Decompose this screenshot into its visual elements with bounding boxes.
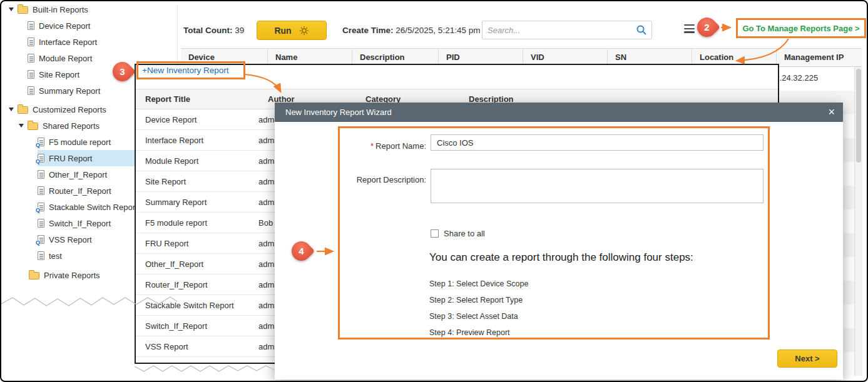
tree-item-interface-report[interactable]: Interface Report	[1, 34, 177, 50]
run-button-label: Run	[274, 26, 291, 36]
step-2: Step 2: Select Report Type	[429, 296, 523, 304]
step-1: Step 1: Select Device Scope	[429, 279, 528, 288]
vertical-scrollbar[interactable]	[854, 67, 862, 376]
close-icon[interactable]: ×	[828, 103, 835, 122]
annotation-box-manage-reports: Go To Manage Reports Page >	[736, 18, 866, 38]
report-description-label: Report Description:	[331, 175, 426, 184]
wizard-title-bar: New Inventory Report Wizard ×	[275, 103, 843, 122]
tree-item-label: Summary Report	[39, 86, 100, 96]
tree-item-label: F5 module report	[49, 138, 111, 147]
tree-item-device-report[interactable]: Device Report	[1, 18, 177, 34]
tree-item-label: Built-in Reports	[33, 5, 88, 14]
scrollbar-thumb[interactable]	[856, 69, 861, 163]
folder-icon	[18, 106, 28, 114]
expander-icon[interactable]	[9, 8, 14, 11]
callout-badge-4: 4	[288, 238, 315, 265]
run-button[interactable]: Run	[257, 21, 327, 40]
search-box	[482, 21, 652, 39]
new-inventory-report-link[interactable]: +New Inventory Report	[142, 66, 228, 75]
report-name-label: *Report Name:	[331, 141, 426, 151]
folder-icon	[29, 272, 39, 279]
column-header: Report Title	[145, 94, 190, 104]
tree-item-label: VSS Report	[49, 235, 92, 244]
doc-query-icon: Q	[38, 138, 44, 146]
expander-icon[interactable]	[19, 124, 24, 128]
doc-icon	[28, 70, 34, 79]
tree-item-label: Shared Reports	[43, 121, 100, 131]
doc-icon	[28, 86, 34, 95]
tree-item-label: Switch_If_Report	[49, 219, 111, 228]
report-description-input[interactable]	[431, 169, 763, 203]
wizard-title: New Inventory Report Wizard	[285, 108, 392, 117]
total-count: Total Count: 39	[183, 26, 244, 35]
tree-item-label: Site Report	[39, 70, 79, 79]
doc-icon	[38, 251, 44, 260]
step-3: Step 3: Select Asset Data	[429, 312, 518, 321]
menu-icon[interactable]	[684, 24, 695, 35]
share-to-all-label: Share to all	[444, 229, 485, 238]
doc-query-icon: Q	[38, 203, 44, 211]
doc-icon	[28, 38, 34, 46]
tree-item-label: Interface Report	[39, 38, 97, 47]
search-icon[interactable]	[636, 24, 647, 36]
app-window: Built-in Reports Device Report Interface…	[0, 0, 868, 382]
doc-query-icon: Q	[38, 154, 44, 163]
tree-item-label: Private Reports	[44, 271, 100, 280]
wizard-dialog: New Inventory Report Wizard × *Report Na…	[275, 103, 843, 379]
annotation-box-new-report: +New Inventory Report	[136, 61, 245, 79]
go-to-manage-reports-link[interactable]: Go To Manage Reports Page >	[742, 24, 859, 33]
doc-icon	[28, 21, 34, 30]
search-input[interactable]	[483, 26, 636, 35]
tree-item-label: test	[49, 251, 62, 261]
doc-query-icon: Q	[38, 235, 44, 244]
share-to-all-checkbox[interactable]	[431, 229, 439, 238]
gear-icon	[299, 26, 309, 36]
tree-item-label: Customized Reports	[33, 105, 106, 114]
steps-heading: You can create a report through the foll…	[429, 251, 693, 264]
step-4: Step 4: Preview Report	[429, 328, 510, 337]
tree-item-label: FRU Report	[49, 154, 92, 163]
callout-badge-3: 3	[109, 58, 136, 86]
doc-icon	[38, 186, 44, 195]
callout-badge-2: 2	[693, 14, 721, 41]
create-time: Create Time: 26/5/2025, 5:21:45 pm	[342, 26, 480, 35]
tree-item-label: Other_If_Report	[49, 170, 107, 179]
expander-icon[interactable]	[9, 108, 14, 111]
column-header: Management IP	[776, 49, 862, 66]
tree-item-label: Router_If_Report	[49, 186, 111, 196]
doc-icon	[28, 54, 34, 63]
next-button[interactable]: Next >	[777, 349, 837, 368]
tree-item-label: Module Report	[39, 54, 92, 63]
folder-icon	[18, 6, 28, 14]
tree-folder-built-in-reports[interactable]: Built-in Reports	[1, 1, 177, 18]
folder-icon	[28, 123, 38, 130]
required-asterisk: *	[370, 141, 374, 151]
report-name-input[interactable]	[431, 134, 763, 151]
tree-item-label: Stackable Switch Report	[49, 203, 138, 212]
tree-item-label: Device Report	[39, 21, 90, 31]
doc-icon	[38, 219, 44, 228]
doc-icon	[38, 170, 44, 179]
